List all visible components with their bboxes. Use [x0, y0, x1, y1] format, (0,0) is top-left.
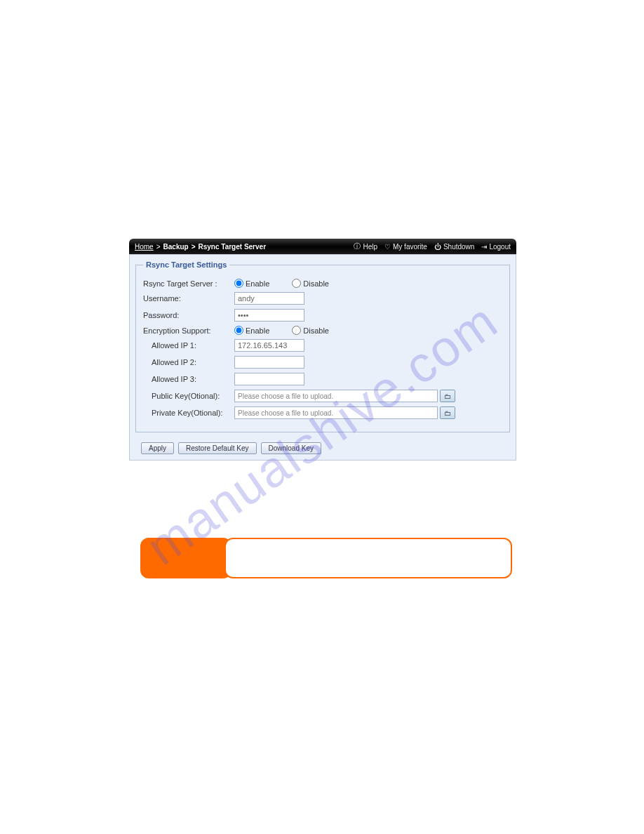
target-radio-group: Enable Disable	[234, 279, 329, 288]
breadcrumb-current: Rsync Target Server	[199, 243, 267, 251]
target-disable-radio[interactable]	[292, 279, 301, 288]
pubkey-file-display[interactable]: Please choose a file to upload.	[234, 390, 438, 402]
encryption-disable-option[interactable]: Disable	[292, 326, 329, 335]
topbar-actions: ⓘ Help ♡ My favorite ⏻ Shutdown ⇥ Logout	[354, 241, 511, 251]
panel: Rsync Target Settings Rsync Target Serve…	[129, 254, 516, 461]
note-body	[224, 538, 512, 578]
target-enable-option[interactable]: Enable	[234, 279, 269, 288]
logout-label: Logout	[489, 243, 511, 251]
encryption-enable-radio[interactable]	[234, 326, 243, 335]
enable-label: Enable	[246, 326, 269, 335]
encryption-disable-radio[interactable]	[292, 326, 301, 335]
power-icon: ⏻	[434, 243, 441, 251]
row-encryption: Encryption Support: Enable Disable	[143, 326, 502, 335]
enable-label: Enable	[246, 279, 269, 288]
favorite-link[interactable]: ♡ My favorite	[384, 243, 427, 251]
shutdown-label: Shutdown	[443, 243, 474, 251]
topbar: Home > Backup > Rsync Target Server ⓘ He…	[129, 239, 516, 254]
note-tab	[140, 538, 232, 578]
disable-label: Disable	[303, 326, 329, 335]
favorite-label: My favorite	[393, 243, 427, 251]
label-pubkey: Public Key(Otional):	[143, 392, 234, 400]
row-privkey: Private Key(Otional): Please choose a fi…	[143, 406, 502, 419]
password-input[interactable]	[234, 309, 304, 322]
ip3-input[interactable]	[234, 373, 304, 385]
breadcrumb: Home > Backup > Rsync Target Server	[135, 243, 266, 251]
label-ip1: Allowed IP 1:	[143, 341, 234, 350]
logout-link[interactable]: ⇥ Logout	[481, 243, 511, 251]
encryption-enable-option[interactable]: Enable	[234, 326, 269, 335]
encryption-radio-group: Enable Disable	[234, 326, 329, 335]
target-disable-option[interactable]: Disable	[292, 279, 329, 288]
help-label: Help	[363, 243, 377, 251]
breadcrumb-sep: >	[192, 243, 196, 251]
note-callout	[140, 538, 512, 578]
logout-icon: ⇥	[481, 243, 487, 251]
apply-button[interactable]: Apply	[141, 442, 174, 454]
help-link[interactable]: ⓘ Help	[354, 241, 377, 251]
breadcrumb-backup: Backup	[163, 243, 189, 251]
label-ip3: Allowed IP 3:	[143, 375, 234, 383]
row-ip1: Allowed IP 1:	[143, 339, 502, 352]
help-icon: ⓘ	[354, 241, 361, 251]
privkey-file-display[interactable]: Please choose a file to upload.	[234, 406, 438, 419]
ip1-input[interactable]	[234, 339, 304, 352]
username-input[interactable]	[234, 292, 304, 305]
row-username: Username:	[143, 292, 502, 305]
pubkey-browse-button[interactable]: 🗀	[440, 390, 455, 402]
breadcrumb-sep: >	[156, 243, 161, 251]
ip2-input[interactable]	[234, 356, 304, 369]
row-ip2: Allowed IP 2:	[143, 356, 502, 369]
row-password: Password:	[143, 309, 502, 322]
privkey-browse-button[interactable]: 🗀	[440, 406, 455, 419]
target-enable-radio[interactable]	[234, 279, 243, 288]
label-privkey: Private Key(Otional):	[143, 409, 234, 417]
admin-panel: Home > Backup > Rsync Target Server ⓘ He…	[129, 239, 516, 461]
row-target: Rsync Target Server : Enable Disable	[143, 279, 502, 288]
heart-icon: ♡	[384, 243, 391, 251]
label-target: Rsync Target Server :	[143, 279, 234, 288]
label-password: Password:	[143, 311, 234, 319]
folder-icon: 🗀	[444, 409, 451, 417]
label-ip2: Allowed IP 2:	[143, 358, 234, 366]
fieldset-legend: Rsync Target Settings	[143, 260, 229, 269]
restore-default-key-button[interactable]: Restore Default Key	[178, 442, 257, 454]
download-key-button[interactable]: Download Key	[261, 442, 321, 454]
folder-icon: 🗀	[444, 392, 451, 400]
button-row: Apply Restore Default Key Download Key	[135, 442, 510, 454]
disable-label: Disable	[303, 279, 329, 288]
breadcrumb-home[interactable]: Home	[135, 243, 154, 251]
shutdown-link[interactable]: ⏻ Shutdown	[434, 243, 474, 251]
label-username: Username:	[143, 294, 234, 303]
label-encryption: Encryption Support:	[143, 326, 234, 335]
rsync-settings-fieldset: Rsync Target Settings Rsync Target Serve…	[135, 260, 510, 432]
row-ip3: Allowed IP 3:	[143, 373, 502, 385]
row-pubkey: Public Key(Otional): Please choose a fil…	[143, 390, 502, 402]
